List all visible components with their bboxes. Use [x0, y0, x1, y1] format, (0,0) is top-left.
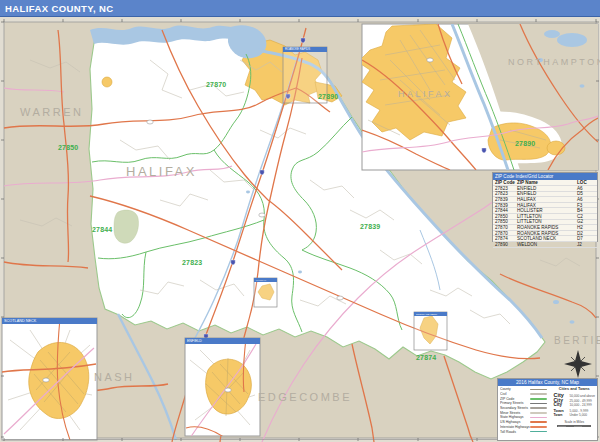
enfield-inset-title: ENFIELD — [185, 338, 260, 344]
inset-scotland-neck — [2, 318, 97, 440]
map-page: { "colors": { "titlebar": "#5b84ca", "ti… — [0, 0, 600, 442]
roanoke-indicator-title: ROANOKE RAPIDS — [283, 47, 327, 52]
map-legend: 2016 Halifax County, NC Map County Civil… — [497, 378, 598, 441]
legend-line-sample — [530, 421, 547, 423]
legend-line-sample — [530, 417, 547, 419]
scotland-indicator-title: SCOTLAND NECK — [414, 312, 447, 316]
county-label: NASH — [94, 371, 135, 383]
legend-line-sample — [530, 403, 547, 405]
scale-bar-graphic — [557, 425, 591, 428]
county-label: NORTHAMPTON — [508, 57, 600, 67]
zip-code-label: 27890 — [318, 93, 338, 100]
legend-feature-row: Toll Roads — [500, 429, 551, 434]
zip-code-index-table: ZIP Code Index/Grid Locator ZIP Code ZIP… — [492, 172, 598, 242]
halifax-indicator-title: HALIFAX — [254, 278, 277, 282]
legend-city-row: Town Under 5,000 — [553, 413, 595, 418]
table-row: 27890 WELDON J2 — [493, 242, 597, 248]
legend-title: 2016 Halifax County, NC Map — [498, 379, 597, 386]
page-title: HALIFAX COUNTY, NC — [0, 3, 114, 14]
zip-code-label: 27874 — [416, 354, 436, 361]
legend-cities: City 50,000 and above City 25,000 - 49,9… — [553, 392, 595, 418]
legend-line-sample — [530, 393, 547, 395]
scale-bar: Scale in Miles — [553, 420, 595, 428]
inset-roanoke-rapids — [358, 24, 598, 170]
zip-code-label: 27870 — [206, 81, 226, 88]
inset-enfield — [185, 338, 260, 440]
zip-code-label: 27844 — [92, 226, 112, 233]
county-label: HALIFAX — [126, 164, 197, 179]
zip-code-label: 27823 — [182, 259, 202, 266]
zip-table-title: ZIP Code Index/Grid Locator — [493, 173, 597, 180]
county-label: EDGECOMBE — [258, 391, 352, 403]
county-label: HALIFAX — [398, 89, 453, 99]
scotland-inset-title: SCOTLAND NECK — [2, 318, 97, 324]
legend-line-sample — [530, 398, 547, 400]
title-bar: HALIFAX COUNTY, NC — [0, 0, 600, 17]
zip-code-label: 27850 — [58, 144, 78, 151]
zip-code-label: 27839 — [360, 223, 380, 230]
zip-code-label: 27890 — [515, 140, 535, 147]
legend-line-sample — [530, 431, 547, 433]
legend-line-sample — [530, 412, 547, 414]
legend-features: County Civil ZIP Code Primary Streets — [500, 387, 551, 434]
legend-line-sample — [530, 389, 547, 391]
county-label: WARREN — [20, 106, 83, 118]
zip-table-body: 27823 ENFIELD A6 27823 ENFIELD D5 27839 … — [493, 186, 597, 248]
legend-line-sample — [530, 407, 547, 409]
legend-line-sample — [530, 426, 547, 428]
county-label: BERTIE — [554, 335, 600, 346]
